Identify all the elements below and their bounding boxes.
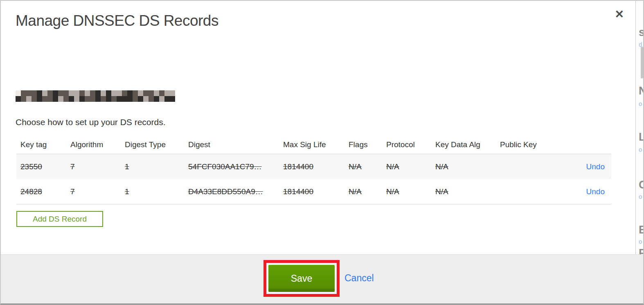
redaction-pixel	[133, 96, 138, 102]
cell-digest-type: 1	[121, 162, 184, 171]
redaction-pixel	[127, 90, 133, 96]
cell-digest: D4A33E8DD550A9…	[184, 187, 279, 196]
background-text-fragment: o	[639, 100, 642, 107]
redaction-pixel	[85, 90, 90, 96]
redaction-pixel	[37, 96, 42, 102]
screenshot-frame: Manage DNSSEC DS Records ✕ Choose how to…	[0, 0, 644, 305]
cell-algorithm: 7	[66, 187, 121, 196]
redaction-pixel	[26, 96, 32, 102]
redaction-pixel	[122, 96, 127, 102]
redaction-pixel	[90, 90, 95, 96]
annotation-highlight-box: Save	[263, 260, 340, 297]
redaction-pixel	[47, 90, 53, 96]
redaction-pixel	[63, 90, 69, 96]
background-text-fragment: P	[639, 247, 643, 254]
cell-max-sig-life: 1814400	[279, 162, 345, 171]
domain-name-redacted	[16, 90, 175, 102]
redaction-pixel	[138, 96, 143, 102]
column-header-public-key: Public Key	[496, 140, 574, 149]
cell-key-data-alg: N/A	[431, 187, 496, 196]
redaction-pixel	[42, 96, 47, 102]
description-text: Choose how to set up your DS records.	[16, 117, 166, 127]
background-text-fragment: L	[639, 131, 643, 144]
dnssec-modal: Manage DNSSEC DS Records ✕ Choose how to…	[1, 1, 635, 254]
cell-action: Undo	[574, 162, 611, 171]
redaction-pixel	[42, 90, 47, 96]
redaction-pixel	[122, 90, 127, 96]
column-header-algorithm: Algorithm	[66, 140, 121, 149]
redaction-pixel	[111, 90, 117, 96]
redaction-pixel	[95, 96, 101, 102]
cell-key-tag: 23550	[16, 162, 66, 171]
redaction-pixel	[111, 96, 117, 102]
redaction-pixel	[149, 90, 154, 96]
cell-algorithm: 7	[66, 162, 121, 171]
redaction-pixel	[106, 96, 111, 102]
cell-digest-type: 1	[121, 187, 184, 196]
redaction-pixel	[154, 96, 159, 102]
cell-key-tag: 24828	[16, 187, 66, 196]
column-header-digest-type: Digest Type	[121, 140, 184, 149]
modal-footer: Save Cancel	[1, 254, 643, 303]
column-header-protocol: Protocol	[382, 140, 431, 149]
scrollbar-thumb[interactable]	[641, 47, 643, 78]
redaction-pixel	[117, 90, 122, 96]
cell-digest: 54FCF030AA1C79…	[184, 162, 279, 171]
redaction-pixel	[95, 90, 101, 96]
undo-link[interactable]: Undo	[586, 187, 605, 196]
redaction-pixel	[170, 96, 175, 102]
redaction-pixel	[85, 96, 90, 102]
redaction-pixel	[164, 96, 170, 102]
column-header-key-data-alg: Key Data Alg	[431, 140, 496, 149]
background-text-fragment: o	[639, 146, 642, 153]
redaction-pixel	[53, 90, 58, 96]
redaction-pixel	[79, 90, 85, 96]
undo-link[interactable]: Undo	[586, 162, 605, 171]
redaction-pixel	[37, 90, 42, 96]
redaction-pixel	[79, 96, 85, 102]
redaction-pixel	[143, 96, 149, 102]
redaction-pixel	[159, 90, 164, 96]
cell-key-data-alg: N/A	[431, 162, 496, 171]
cell-protocol: N/A	[382, 187, 431, 196]
redaction-pixel	[170, 90, 175, 96]
redaction-pixel	[106, 90, 111, 96]
redaction-pixel	[143, 90, 149, 96]
redaction-pixel	[47, 96, 53, 102]
redaction-pixel	[21, 96, 26, 102]
cell-max-sig-life: 1814400	[279, 187, 345, 196]
redaction-pixel	[90, 96, 95, 102]
column-header-flags: Flags	[345, 140, 382, 149]
add-ds-record-button[interactable]: Add DS Record	[16, 211, 103, 227]
redaction-pixel	[164, 90, 170, 96]
background-text-fragment: o	[639, 193, 642, 200]
redaction-pixel	[74, 96, 79, 102]
background-text-fragment: s	[639, 26, 643, 39]
redaction-pixel	[32, 90, 37, 96]
redaction-pixel	[69, 90, 74, 96]
redaction-pixel	[58, 90, 63, 96]
redaction-pixel	[21, 90, 26, 96]
redaction-pixel	[149, 96, 154, 102]
background-text-fragment: N	[639, 85, 643, 97]
redaction-pixel	[69, 96, 74, 102]
redaction-pixel	[154, 90, 159, 96]
redaction-pixel	[133, 90, 138, 96]
cell-action: Undo	[574, 187, 611, 196]
redaction-pixel	[101, 90, 106, 96]
redaction-pixel	[58, 96, 63, 102]
redaction-pixel	[74, 90, 79, 96]
cancel-link[interactable]: Cancel	[345, 273, 374, 284]
redaction-pixel	[127, 96, 133, 102]
redaction-pixel	[63, 96, 69, 102]
cell-flags: N/A	[345, 162, 382, 171]
table-header-row: Key tag Algorithm Digest Type Digest Max…	[16, 136, 611, 154]
background-text-fragment: o	[639, 238, 642, 245]
save-button[interactable]: Save	[268, 265, 335, 292]
cell-flags: N/A	[345, 187, 382, 196]
table-row: 23550 7 1 54FCF030AA1C79… 1814400 N/A N/…	[16, 154, 611, 179]
modal-top-region: Manage DNSSEC DS Records ✕ Choose how to…	[1, 1, 643, 254]
background-page-sliver: sdNoLoCoEoP	[635, 1, 643, 254]
close-icon[interactable]: ✕	[615, 9, 624, 20]
redaction-pixel	[26, 90, 32, 96]
